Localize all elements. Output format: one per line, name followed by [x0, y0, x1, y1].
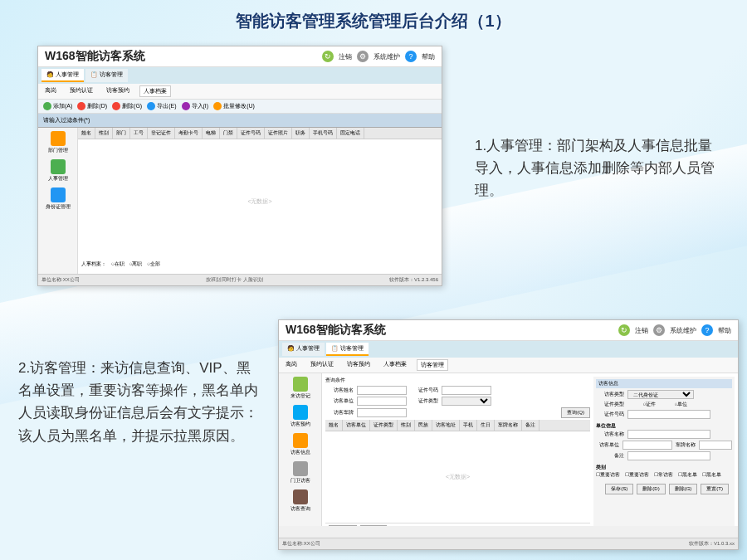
col-header[interactable]: 门禁 [220, 128, 237, 139]
input-unit-name[interactable] [627, 430, 710, 439]
col-header[interactable]: 手机号码 [310, 128, 337, 139]
status-center: 访客系统数(B) 访客系统数(A) [522, 525, 587, 526]
col-header[interactable]: 工号 [130, 128, 148, 139]
empty-grid-text: <无数据> [325, 431, 590, 523]
main-tabs: 🧑 人事管理 📋 访客管理 [38, 67, 442, 84]
col-header[interactable]: 考勤卡号 [175, 128, 203, 139]
input-note[interactable] [627, 451, 710, 460]
page-title: 智能访客管理系统管理后台介绍（1） [0, 0, 747, 32]
radio-active[interactable]: ○在职 [111, 261, 124, 268]
delete-g-button[interactable]: 删除(G) [669, 484, 698, 494]
col-header[interactable]: 姓名 [325, 420, 343, 431]
help-icon[interactable]: ? [405, 51, 417, 62]
chk-black[interactable]: ☐黑名单 [678, 471, 697, 479]
input-unit-dept[interactable] [622, 441, 672, 450]
col-header[interactable]: 访客单位 [343, 420, 370, 431]
status-bar: 单位名称:XX公司 软件版本：V1.0.3.xx [279, 538, 738, 549]
col-header[interactable]: 证件号码 [237, 128, 265, 139]
logout-icon[interactable]: ↻ [322, 51, 334, 62]
delete-button[interactable]: 删除(D) [637, 484, 665, 494]
radio-all[interactable]: ○全部 [147, 261, 160, 268]
subtab[interactable]: 人事档案 [380, 359, 410, 371]
input-unit[interactable] [357, 397, 407, 406]
sidebar-item-appoint[interactable]: 访客预约 [290, 405, 310, 428]
chk-black2[interactable]: ☐黑名单 [702, 471, 721, 479]
input-plate[interactable] [357, 408, 407, 417]
tab-hr[interactable]: 🧑 人事管理 [42, 69, 84, 82]
col-header[interactable]: 性别 [95, 128, 113, 139]
chk-regular[interactable]: ☐常访客 [654, 471, 673, 479]
import-button[interactable]: 导入(I) [182, 102, 209, 110]
tab-visitor[interactable]: 📋 访客管理 [326, 343, 369, 356]
col-header[interactable]: 备注 [522, 420, 540, 431]
delete-button[interactable]: 删除(D) [77, 102, 107, 110]
subtab-active[interactable]: 人事档案 [139, 85, 171, 97]
reset-button[interactable]: 重置(T) [701, 484, 729, 494]
sidebar-item-query[interactable]: 访客查询 [290, 489, 310, 513]
col-header[interactable]: 电梯 [203, 128, 220, 139]
select-idtype[interactable] [442, 397, 491, 406]
subtab[interactable]: 访客预约 [103, 85, 133, 97]
subtab[interactable]: 离岗 [282, 359, 300, 371]
query-button[interactable]: 查询(Q) [561, 407, 590, 418]
status-bar: 单位名称:XX公司 按班别 同时打卡 人脸识别 软件版本：V1.2.3.456 [38, 274, 442, 285]
subtab-active[interactable]: 访客管理 [417, 359, 448, 371]
save-button[interactable]: 保存(S) [605, 484, 633, 494]
tab-hr[interactable]: 🧑 人事管理 [282, 343, 325, 356]
col-header[interactable]: 手机 [460, 420, 477, 431]
col-header[interactable]: 车牌名称 [495, 420, 522, 431]
add-button[interactable]: 添加(A) [43, 102, 72, 110]
sidebar-item-id[interactable]: 身份证管理 [46, 187, 71, 211]
input-idno[interactable] [442, 386, 491, 395]
export-button[interactable]: 导出(E) [147, 102, 176, 110]
detail-panel: 访客信息 访客类型二代身份证 证件类型 ○证件 ○单位 证件号码 单位信息 访客… [593, 377, 735, 526]
col-header[interactable]: 证件照片 [265, 128, 292, 139]
sidebar-item-dept[interactable]: 部门管理 [48, 131, 68, 154]
help-icon[interactable]: ? [701, 324, 713, 336]
subtab[interactable]: 预约认证 [307, 359, 337, 371]
status-version: 软件版本：V1.0.3.xx [689, 540, 735, 548]
select-type[interactable]: 二代身份证 [627, 390, 694, 399]
col-header[interactable]: 性别 [398, 420, 415, 431]
title-bar: W168智能访客系统 ↻注销 ⚙系统维护 ?帮助 [279, 320, 738, 341]
subtab[interactable]: 访客预约 [344, 359, 374, 371]
sidebar-item-info[interactable]: 访客信息 [290, 433, 310, 456]
chk-vip2[interactable]: ☐重要访客 [625, 471, 649, 479]
subtabs: 离岗 预约认证 访客预约 人事档案 访客管理 [279, 358, 738, 373]
col-header[interactable]: 访客地址 [432, 420, 460, 431]
sidebar-item-guard[interactable]: 门卫访客 [290, 461, 310, 485]
col-header[interactable]: 登记证件 [148, 128, 175, 139]
col-header[interactable]: 固定电话 [337, 128, 364, 139]
col-header[interactable]: 证件类型 [370, 420, 398, 431]
delete-g-button[interactable]: 删除(G) [112, 102, 142, 110]
label-idtype: 证件类型 [410, 397, 438, 405]
filter-bar[interactable]: 请输入过滤条件(*) [38, 114, 442, 128]
input-plate2[interactable] [699, 441, 732, 450]
col-header[interactable]: 部门 [113, 128, 130, 139]
chk-vip[interactable]: ☐重要访客 [596, 471, 620, 479]
sidebar: 来访登记 访客预约 访客信息 门卫访客 访客查询 [279, 373, 322, 526]
radio-inactive[interactable]: ○离职 [129, 261, 143, 268]
sidebar-item-hr[interactable]: 人事管理 [48, 159, 68, 183]
radio-unit[interactable]: ○单位 [659, 401, 687, 408]
import-button[interactable]: 导入(I) [360, 525, 387, 526]
app-title: W168智能访客系统 [45, 49, 145, 64]
export-button[interactable]: 导出(E) [329, 525, 357, 526]
description-2: 2.访客管理：来访信息查询、VIP、黑名单设置，重要访客等操作，黑名单内人员读取… [18, 357, 259, 447]
subtab[interactable]: 预约认证 [66, 85, 96, 97]
sidebar-item-register[interactable]: 来访登记 [290, 377, 310, 400]
logout-icon[interactable]: ↻ [618, 324, 630, 336]
radio-cert[interactable]: ○证件 [627, 401, 656, 408]
col-header[interactable]: 职务 [292, 128, 310, 139]
settings-icon[interactable]: ⚙ [653, 324, 665, 336]
tab-visitor[interactable]: 📋 访客管理 [85, 69, 128, 82]
col-header[interactable]: 民族 [415, 420, 432, 431]
input-name[interactable] [357, 386, 407, 395]
input-detail-idno[interactable] [627, 410, 710, 419]
col-header[interactable]: 姓名 [78, 128, 95, 139]
settings-icon[interactable]: ⚙ [357, 51, 369, 62]
batch-edit-button[interactable]: 批量修改(U) [213, 102, 255, 110]
col-header[interactable]: 生日 [477, 420, 495, 431]
app-window-visitor: W168智能访客系统 ↻注销 ⚙系统维护 ?帮助 🧑 人事管理 📋 访客管理 离… [278, 319, 739, 550]
subtab[interactable]: 离岗 [42, 85, 60, 97]
